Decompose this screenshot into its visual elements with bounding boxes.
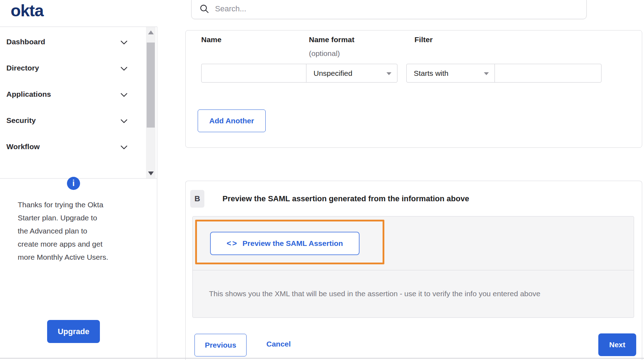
scrollbar-thumb[interactable] [147,43,155,128]
preview-button-label: Preview the SAML Assertion [243,239,343,248]
name-column-label: Name [201,35,221,44]
chevron-down-icon [120,145,128,151]
info-icon: i [67,177,80,190]
upsell-text: Thanks for trying the Okta [18,198,138,211]
chevron-down-icon [120,118,128,125]
upsell-text: create more apps and get [18,237,138,251]
code-icon: <> [227,239,238,248]
filter-value-input[interactable] [495,64,601,83]
sidebar-item-dashboard[interactable]: Dashboard [0,30,145,54]
filter-column-label: Filter [414,35,433,44]
panel-divider [192,270,634,270]
scroll-down-arrow[interactable] [148,171,154,175]
sidebar-item-directory[interactable]: Directory [0,56,145,80]
chevron-down-icon [120,92,128,99]
filter-operator-select[interactable]: Starts with [406,64,495,83]
cancel-link[interactable]: Cancel [264,339,293,349]
sidebar-item-label: Dashboard [6,38,45,46]
add-another-button[interactable]: Add Another [198,109,266,132]
chevron-down-icon [120,40,128,46]
preview-saml-assertion-button[interactable]: <> Preview the SAML Assertion [210,232,360,255]
sidebar-item-workflow[interactable]: Workflow [0,135,145,158]
upsell-text: more Monthly Active Users. [18,251,138,264]
chevron-down-icon [120,66,128,72]
caret-down-icon [484,72,489,75]
name-format-column-label: Name format [309,35,354,44]
search-icon [199,4,209,14]
name-format-value: Unspecified [313,69,352,78]
sidebar-item-applications[interactable]: Applications [0,83,145,106]
search-input[interactable] [214,4,535,14]
sidebar-item-label: Applications [6,90,51,99]
sidebar-item-label: Security [6,116,36,125]
sidebar-item-label: Directory [6,64,39,72]
upgrade-button[interactable]: Upgrade [47,320,100,343]
filter-operator-value: Starts with [414,69,448,78]
sidebar-divider [157,27,157,358]
page-bottom-divider [0,358,644,359]
optional-note: (optional) [309,49,340,58]
sidebar-top-divider [0,27,157,27]
next-button[interactable]: Next [598,333,636,356]
scroll-up-arrow[interactable] [148,30,154,34]
sidebar-item-security[interactable]: Security [0,109,145,132]
sidebar-item-label: Workflow [6,142,40,151]
upsell-text: the Advanced plan to [18,224,138,237]
step-b-badge: B [190,190,204,208]
okta-logo: okta [11,1,44,20]
section-b-title: Preview the SAML assertion generated fro… [222,194,469,203]
search-bar [191,0,587,19]
caret-down-icon [386,72,391,75]
name-input[interactable] [201,64,306,83]
upsell-text: Starter plan. Upgrade to [18,211,138,224]
sidebar-bottom-divider [0,178,157,179]
previous-button[interactable]: Previous [194,334,247,356]
preview-note: This shows you the XML that will be used… [209,289,623,298]
name-format-select[interactable]: Unspecified [306,64,397,83]
